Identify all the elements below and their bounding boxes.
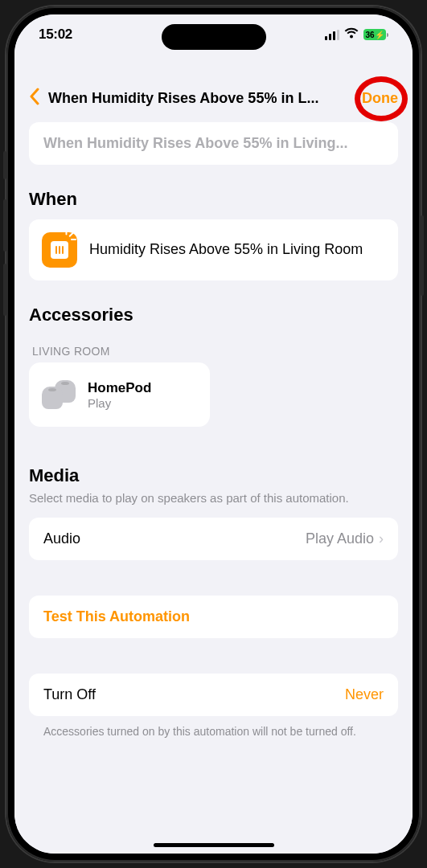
volume-down-button — [3, 264, 6, 316]
automation-sheet: When Humidity Rises Above 55% in L... Do… — [14, 75, 413, 854]
status-bar: 15:02 36⚡ — [14, 14, 413, 55]
status-icons: 36⚡ — [325, 27, 388, 43]
accessory-homepod[interactable]: HomePod Play — [29, 362, 210, 427]
power-button — [421, 215, 424, 296]
accessory-action: Play — [88, 396, 151, 410]
accessories-section-title: Accessories — [29, 305, 398, 326]
room-label: LIVING ROOM — [29, 345, 398, 358]
page-title: When Humidity Rises Above 55% in L... — [48, 90, 354, 107]
done-button[interactable]: Done — [362, 90, 398, 107]
sheet-header: When Humidity Rises Above 55% in L... Do… — [14, 75, 413, 122]
turn-off-value: Never — [345, 686, 384, 703]
media-subtitle: Select media to play on speakers as part… — [29, 489, 398, 506]
volume-up-button — [3, 199, 6, 252]
test-automation-button[interactable]: Test This Automation — [29, 596, 398, 638]
silence-switch — [3, 151, 6, 179]
media-section-title: Media — [29, 465, 398, 486]
accessory-name: HomePod — [88, 380, 151, 396]
screen: 15:02 36⚡ When H — [14, 14, 413, 854]
dynamic-island — [162, 24, 266, 50]
automation-name-input[interactable]: When Humidity Rises Above 55% in Living.… — [29, 122, 398, 165]
when-section-title: When — [29, 189, 398, 210]
turn-off-footer: Accessories turned on by this automation… — [29, 724, 398, 740]
when-condition-row[interactable]: Humidity Rises Above 55% in Living Room — [29, 219, 398, 280]
home-indicator[interactable] — [154, 843, 274, 847]
cellular-signal-icon — [325, 30, 339, 40]
turn-off-row[interactable]: Turn Off Never — [29, 674, 398, 716]
when-condition-text: Humidity Rises Above 55% in Living Room — [89, 240, 363, 259]
audio-label: Audio — [43, 530, 80, 547]
back-button[interactable] — [29, 88, 40, 109]
status-time: 15:02 — [39, 27, 72, 43]
battery-icon: 36⚡ — [363, 29, 388, 40]
phone-frame: 15:02 36⚡ When H — [6, 6, 421, 862]
audio-row[interactable]: Audio Play Audio › — [29, 518, 398, 560]
homepod-icon — [42, 380, 76, 409]
humidity-sensor-icon — [42, 232, 77, 268]
chevron-right-icon: › — [379, 530, 384, 547]
wifi-icon — [344, 27, 359, 43]
turn-off-label: Turn Off — [43, 686, 96, 703]
audio-value: Play Audio — [306, 530, 374, 547]
